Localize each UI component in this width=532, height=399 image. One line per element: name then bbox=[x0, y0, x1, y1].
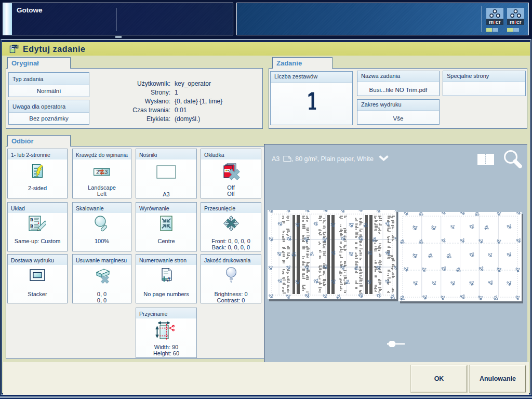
svg-text:B: B bbox=[30, 223, 33, 229]
svg-text:B: B bbox=[30, 217, 33, 222]
svg-text:3: 3 bbox=[105, 169, 108, 175]
svg-text:2: 2 bbox=[96, 169, 99, 175]
svg-text:#: # bbox=[167, 275, 171, 283]
